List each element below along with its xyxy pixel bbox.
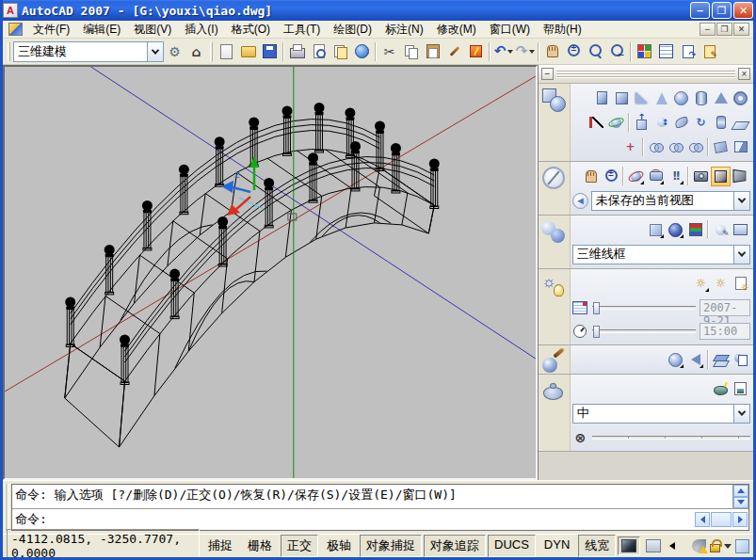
named-view-combo[interactable]: 未保存的当前视图 — [591, 191, 750, 211]
command-scroll-right-button[interactable] — [732, 512, 748, 527]
doc-minimize-button[interactable]: ‒ — [700, 23, 716, 36]
plot-preview-button[interactable] — [308, 40, 330, 62]
model-space-button[interactable] — [618, 536, 640, 555]
toggle-snap[interactable]: 捕捉 — [201, 535, 239, 557]
sun-date-slider-thumb[interactable] — [593, 302, 600, 314]
spline-button[interactable] — [587, 113, 606, 133]
command-prompt-text[interactable]: 命令: — [12, 511, 695, 528]
visual-style-sphere-button[interactable] — [666, 220, 685, 240]
visual-style-box-button[interactable] — [646, 220, 666, 240]
menu-format[interactable]: 格式(O) — [225, 21, 277, 39]
swivel-button[interactable] — [646, 167, 666, 186]
toolbar-grip[interactable] — [8, 42, 10, 61]
undo-dropdown-arrow-icon[interactable] — [507, 50, 513, 54]
command-line-grip[interactable] — [5, 484, 9, 531]
match-properties-button[interactable] — [443, 40, 465, 62]
materials-panel-icon[interactable] — [541, 349, 566, 374]
perspective-projection-button[interactable] — [731, 167, 750, 186]
properties-button[interactable] — [634, 40, 655, 62]
drawing-file-icon[interactable] — [8, 23, 23, 36]
visual-style-combo[interactable]: 三维线框 — [572, 245, 750, 264]
command-scroll-down-button[interactable] — [733, 497, 748, 509]
command-scroll-up-button[interactable] — [733, 485, 748, 497]
dashboard-close-button[interactable]: × — [738, 68, 750, 80]
toggle-lwt[interactable]: 线宽 — [578, 535, 616, 557]
workspace-combo[interactable]: 三维建模 — [13, 41, 164, 62]
3d-make-panel-icon[interactable] — [541, 88, 566, 112]
loft-button[interactable] — [711, 113, 731, 133]
sheet-set-manager-button[interactable] — [677, 40, 699, 62]
sun-status-button[interactable]: ☼ — [711, 274, 731, 294]
light-list-button[interactable] — [731, 274, 750, 294]
menu-file[interactable]: 文件(F) — [26, 21, 76, 39]
toolbar-lock-icon[interactable] — [710, 544, 720, 552]
command-history-text[interactable]: 命令: 输入选项 [?/删除(D)/正交(O)/恢复(R)/保存(S)/设置(E… — [12, 485, 732, 508]
restore-button[interactable]: ❐ — [712, 2, 732, 19]
pyramid-button[interactable] — [711, 88, 731, 108]
visual-styles-manager-button[interactable] — [685, 220, 705, 240]
toggle-polar[interactable]: 极轴 — [320, 535, 358, 557]
save-button[interactable] — [259, 40, 281, 62]
intersect-button[interactable] — [685, 137, 705, 157]
doc-close-button[interactable]: ✕ — [733, 23, 749, 36]
menu-edit[interactable]: 编辑(E) — [76, 21, 127, 39]
sweep-button[interactable] — [671, 113, 691, 133]
light-panel-icon[interactable] — [541, 273, 566, 297]
torus-button[interactable] — [731, 88, 750, 108]
close-button[interactable]: ✕ — [733, 2, 753, 19]
box-button[interactable] — [612, 88, 632, 108]
dashboard-grip[interactable] — [556, 71, 735, 78]
3d-dwf-button[interactable] — [351, 40, 373, 62]
cylinder-button[interactable] — [691, 88, 711, 108]
create-light-button[interactable]: ☼ — [691, 274, 711, 294]
sun-date-field[interactable]: 2007-9-21 — [700, 299, 750, 316]
designcenter-button[interactable] — [655, 40, 677, 62]
create-camera-button[interactable] — [691, 167, 711, 186]
attach-by-layer-button[interactable] — [711, 350, 731, 370]
workspace-settings-button[interactable]: ⚙ — [164, 40, 185, 62]
coordinates-display[interactable]: -4112.0815, -3250.7707, 0.0000 — [7, 529, 200, 560]
menu-insert[interactable]: 插入(I) — [178, 21, 224, 39]
union-button[interactable] — [646, 137, 666, 157]
visual-style-panel-icon[interactable] — [541, 219, 566, 244]
qnew-button[interactable] — [216, 40, 237, 62]
menu-dimension[interactable]: 标注(N) — [378, 21, 430, 39]
sun-time-slider[interactable] — [592, 329, 696, 333]
render-output-icon[interactable]: ⊗ — [572, 429, 588, 445]
publish-button[interactable] — [330, 40, 351, 62]
copy-button[interactable] — [400, 40, 422, 62]
pan-button[interactable] — [541, 40, 563, 62]
command-hscroll-thumb[interactable] — [711, 512, 732, 527]
polysolid-button[interactable] — [592, 88, 612, 108]
menu-draw[interactable]: 绘图(D) — [327, 21, 378, 39]
render-preset-combo[interactable]: 中 — [572, 404, 750, 424]
block-editor-button[interactable] — [465, 40, 487, 62]
workspace-combo-arrow-icon[interactable] — [147, 42, 163, 61]
toggle-grid[interactable]: 栅格 — [241, 535, 279, 557]
wedge-button[interactable] — [632, 88, 651, 108]
section-plane-button[interactable] — [731, 137, 750, 157]
render-preset-combo-arrow-icon[interactable] — [733, 405, 749, 423]
toggle-osnap[interactable]: 对象捕捉 — [360, 535, 422, 557]
toggle-otrack[interactable]: 对象追踪 — [424, 535, 486, 557]
subtract-button[interactable] — [666, 137, 685, 157]
render-button[interactable] — [711, 379, 731, 399]
revolve-button[interactable]: ↻ — [691, 113, 711, 133]
sun-time-slider-thumb[interactable] — [593, 326, 600, 338]
render-quality-slider[interactable] — [592, 436, 750, 440]
texture-display-button[interactable] — [731, 220, 750, 240]
paste-button[interactable] — [422, 40, 443, 62]
menu-tools[interactable]: 工具(T) — [277, 21, 327, 39]
redo-dropdown-arrow-icon[interactable] — [529, 50, 535, 54]
3d-navigate-panel-icon[interactable] — [541, 166, 566, 190]
menu-window[interactable]: 窗口(W) — [483, 21, 537, 39]
toolbar-grip[interactable] — [210, 42, 213, 61]
communication-center-icon[interactable] — [692, 539, 706, 552]
zoom-previous-button[interactable] — [606, 40, 628, 62]
undo-button[interactable]: ↶ — [492, 40, 514, 62]
status-flyout-arrow-icon[interactable] — [669, 542, 675, 550]
sun-time-field[interactable]: 15:00 — [700, 323, 750, 340]
toggle-ducs[interactable]: DUCS — [488, 535, 536, 557]
restore-view-button[interactable]: ◄ — [572, 193, 588, 209]
menu-view[interactable]: 视图(V) — [127, 21, 178, 39]
